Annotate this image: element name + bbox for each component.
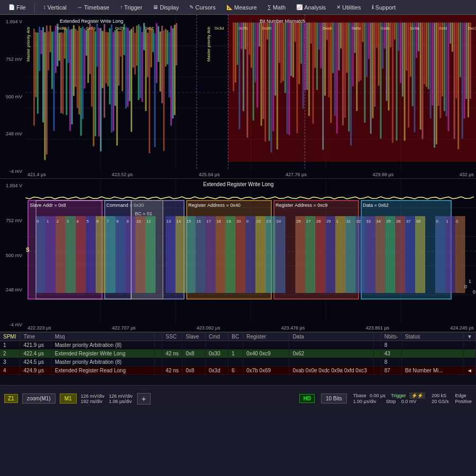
cell-msg: Extended Register Write Long <box>51 350 155 358</box>
hd-badge: HD <box>299 394 314 403</box>
cell-ssc: 42 ns <box>162 367 182 375</box>
utilities-icon: ✕ <box>336 4 341 10</box>
scale1-val: 126 mV/div <box>81 393 105 399</box>
sample-rate-info: 200 kS 20 GS/s <box>432 393 449 404</box>
cell-num: 2 <box>0 350 20 358</box>
menu-utilities[interactable]: ✕ Utilities <box>332 3 365 12</box>
col-data: Data <box>289 333 373 341</box>
cell-time: 421.9 μs <box>20 341 51 350</box>
cell-num: 1 <box>0 341 20 350</box>
cell-empty1 <box>155 367 162 375</box>
cell-empty2 <box>373 350 381 358</box>
support-icon: ℹ <box>372 4 374 10</box>
cell-indicator <box>463 350 475 358</box>
menu-cursors[interactable]: ✎ Cursors <box>185 3 220 12</box>
display-icon: 🖥 <box>153 4 158 10</box>
cell-status: Bit Number Mi... <box>401 367 463 375</box>
top-waveform-canvas[interactable] <box>25 15 476 170</box>
cell-indicator: ◄ <box>463 367 475 375</box>
menu-trigger[interactable]: ↑ Trigger <box>116 3 147 12</box>
menu-file[interactable]: 📄 File <box>4 3 30 12</box>
channel-label: M1 <box>60 393 77 404</box>
cell-data: 0x62 <box>289 350 373 358</box>
trigger-info: Edge Positive <box>455 393 472 404</box>
menu-vertical[interactable]: ↕ Vertical <box>39 3 71 12</box>
col-cmd: Cmd <box>205 333 228 341</box>
menu-display[interactable]: 🖥 Display <box>149 3 183 12</box>
menu-support[interactable]: ℹ Support <box>368 3 400 12</box>
col-bc: BC <box>228 333 243 341</box>
y-label-bot-3: 500 mV <box>1 253 24 258</box>
tbase-info: Tbase 0.00 μs Trigger ⚡⚡ 1.00 μs/div Sto… <box>353 393 425 404</box>
cell-empty2 <box>373 367 381 375</box>
scale2-val: 192 ns/div <box>81 399 105 404</box>
cell-status <box>401 358 463 367</box>
menu-timebase[interactable]: ↔ Timebase <box>73 3 114 12</box>
x-label-bot-1: 422.323 μs <box>28 325 51 331</box>
cell-num: 3 <box>0 358 20 367</box>
cell-empty1 <box>155 350 162 358</box>
cell-msg: Extended Register Read Long <box>51 367 155 375</box>
cell-cmd: 0x30 <box>205 350 228 358</box>
y-label-top-5: -4 mV <box>1 169 24 174</box>
table-row: 4 424.9 μs Extended Register Read Long 4… <box>0 367 476 375</box>
col-empty <box>373 333 381 341</box>
y-label-top-2: 752 mV <box>1 57 24 62</box>
cell-cmd: 0x3d <box>205 367 228 375</box>
cell-nbits: 43 <box>381 350 401 358</box>
col-nbits: Nbits- <box>381 333 401 341</box>
cell-nbits: 87 <box>381 367 401 375</box>
zoom-type: zoom(M1) <box>22 393 56 404</box>
cell-ssc <box>162 358 182 367</box>
cell-empty1 <box>155 358 162 367</box>
cell-indicator <box>463 358 475 367</box>
y-axis-top: 1.004 V 752 mV 500 mV 248 mV -4 mV <box>0 15 25 178</box>
x-label-top-2: 423.52 μs <box>112 172 133 177</box>
x-label-top-4: 427.76 μs <box>286 172 307 177</box>
col-slave: Slave <box>182 333 206 341</box>
col-ssc <box>155 333 162 341</box>
col-status: Status <box>401 333 463 341</box>
table-header: SPMI Time Msq SSC Slave Cmd BC Register … <box>0 333 476 341</box>
zoom-label: Z1 <box>4 394 18 403</box>
add-channel-button[interactable]: + <box>137 393 151 405</box>
bottom-waveform-canvas[interactable] <box>25 179 476 324</box>
col-register: Register <box>243 333 289 341</box>
menu-analysis[interactable]: 📈 Analysis <box>292 3 330 12</box>
cell-slave: 0x8 <box>182 367 206 375</box>
x-label-top-1: 421.4 μs <box>28 172 46 177</box>
cell-data: 0xab 0x0e 0xdc 0x9a 0xfd 0xc3 <box>289 367 373 375</box>
cell-slave <box>182 358 206 367</box>
cell-register <box>243 358 289 367</box>
cell-bc: 6 <box>228 367 243 375</box>
waveform-top: 1.004 V 752 mV 500 mV 248 mV -4 mV 421.4… <box>0 15 476 179</box>
y-axis-bottom: 1.004 V 752 mV 500 mV 248 mV -4 mV <box>0 179 25 332</box>
cell-data <box>289 341 373 350</box>
zoom-info: Z1 zoom(M1) M1 <box>4 393 77 404</box>
table-row: 3 424.5 μs Master priority Arbitration (… <box>0 358 476 367</box>
x-label-top-3: 425.64 μs <box>199 172 220 177</box>
analysis-icon: 📈 <box>296 4 303 10</box>
col-spmi: SPMI <box>0 333 20 341</box>
cell-data <box>289 358 373 367</box>
cell-time: 422.4 μs <box>20 350 51 358</box>
cell-ssc: 42 ns <box>162 350 182 358</box>
cell-register <box>243 341 289 350</box>
cell-register: 0x7b 0x69 <box>243 367 289 375</box>
cell-indicator <box>463 341 475 350</box>
y-label-bot-1: 1.004 V <box>1 183 24 188</box>
x-label-bot-5: 423.861 μs <box>365 325 389 331</box>
timebase-icon: ↔ <box>77 4 83 10</box>
col-sort[interactable]: ▼ <box>463 333 475 341</box>
x-label-bot-3: 423.092 μs <box>197 325 221 331</box>
x-label-top-5: 429.88 μs <box>372 172 393 177</box>
x-label-top-6: 432 μs <box>460 172 474 177</box>
scale2-ref: 1.06 μs/div <box>109 399 133 404</box>
menu-measure[interactable]: 📐 Measure <box>222 3 261 12</box>
vertical-icon: ↕ <box>43 4 46 10</box>
right-status: HD 10 Bits Tbase 0.00 μs Trigger ⚡⚡ 1.00… <box>299 393 472 404</box>
cell-nbits: 8 <box>381 341 401 350</box>
sample-rate: 1.00 μs/div Stop 0.0 mV <box>353 399 425 404</box>
channel-info-ref: 126 mV/div 1.06 μs/div <box>109 393 133 404</box>
menu-math[interactable]: ∑ Math <box>263 3 290 12</box>
